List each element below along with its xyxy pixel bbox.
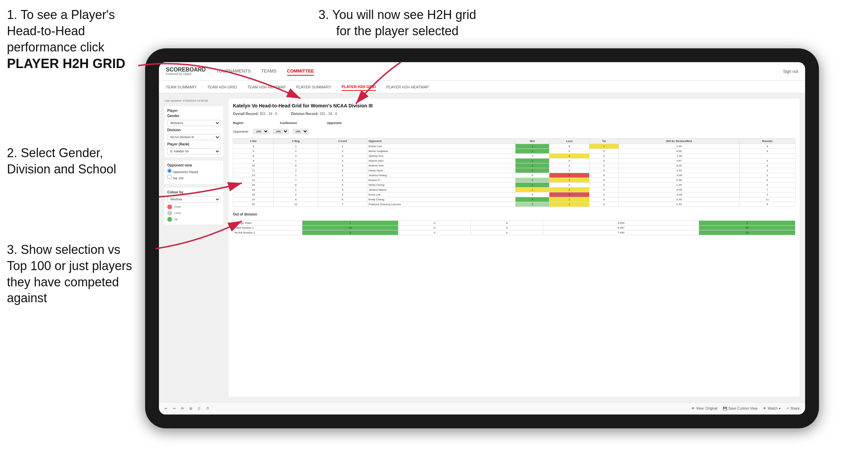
legend-up-dot — [167, 217, 172, 222]
grid-title: Katelyn Vo Head-to-Head Grid for Women's… — [233, 103, 795, 108]
subnav-team-h2h-grid[interactable]: TEAM H2H GRID — [207, 84, 237, 90]
bottom-toolbar: ↩ ↪ ⟳ ⊞ ⟨⟩ ⏱ 👁 View: Original 💾 Save Cus… — [159, 402, 805, 414]
nav-item-committee[interactable]: COMMITTEE — [287, 67, 314, 76]
last-updated-text: Last Updated: 27/03/2024 16:55:38 — [164, 99, 223, 103]
instruction-step3-top: 3. You will now see H2H grid for the pla… — [311, 7, 484, 39]
nav-item-teams[interactable]: TEAMS — [261, 67, 277, 76]
paste-btn[interactable]: ⟨⟩ — [198, 407, 200, 410]
legend-up-row: Up — [167, 217, 220, 222]
opponents-filter-row: Opponents: (All) (All) (All) — [233, 129, 795, 134]
legend-down-dot — [167, 204, 172, 209]
tablet-frame: SCOREBOARD Powered by clippd TOURNAMENTS… — [145, 48, 819, 428]
clock-btn[interactable]: ⏱ — [206, 407, 209, 410]
main-content: Last Updated: 27/03/2024 16:55:38 Player… — [159, 93, 805, 402]
instruction-step3-bottom: 3. Show selection vs Top 100 or just pla… — [7, 242, 138, 306]
col-win: Win — [515, 139, 549, 144]
instruction-step1: 1. To see a Player's Head-to-Head perfor… — [7, 7, 138, 73]
col-reg: # Reg — [274, 139, 318, 144]
colour-by-label: Colour by — [167, 190, 220, 194]
table-row: 10 6 3 Andrea York 2 0 0 4.00 4 — [233, 163, 795, 168]
subnav-player-h2h-heatmap[interactable]: PLAYER H2H HEATMAP — [386, 84, 429, 90]
col-tie: Tie — [589, 139, 619, 144]
col-diff: Diff Av Strokes/Rnd — [619, 139, 739, 144]
view-original-btn[interactable]: 👁 View: Original — [691, 407, 718, 410]
legend-level-row: Level — [167, 211, 220, 216]
instruction-step2: 2. Select Gender, Division and School — [7, 145, 128, 178]
legend-level-dot — [167, 211, 172, 216]
radio-group: Opponents Played Top 100 — [167, 169, 220, 181]
nav-logo: SCOREBOARD Powered by clippd — [166, 67, 206, 76]
table-row: 5 2 2 Alexis Sudjianto 1 0 0 4.00 3 — [233, 149, 795, 154]
table-row: 14 7 4 Eunice Yi 2 2 0 0.38 9 — [233, 178, 795, 183]
ood-table-row: NCAA Division 2 5 0 0 7.400 10 — [233, 230, 795, 235]
subnav-team-h2h-heatmap[interactable]: TEAM H2H HEATMAP — [247, 84, 286, 90]
nav-items: TOURNAMENTS TEAMS COMMITTEE — [216, 67, 783, 76]
save-custom-view-btn[interactable]: 💾 Save Custom View — [723, 407, 757, 410]
col-conf: # Conf — [318, 139, 367, 144]
table-row: 19 6 6 Emily Chang 4 1 0 0.30 11 — [233, 197, 795, 202]
ood-table-row: NAIA Division 1 15 0 0 9.267 30 — [233, 226, 795, 230]
player-filter-section: Player Gender Women's Division NCAA Divi… — [164, 106, 223, 157]
gender-label: Gender — [167, 114, 220, 118]
col-div: # Div — [233, 139, 274, 144]
table-row: 15 8 5 Stella Cheng 1 0 0 1.25 4 — [233, 183, 795, 188]
overall-record: Overall Record: 353 - 34 - 6 — [233, 112, 277, 116]
radio-opponents-played[interactable]: Opponents Played — [167, 169, 220, 175]
history-btn[interactable]: ⟳ — [181, 407, 184, 410]
subnav-player-h2h-grid[interactable]: PLAYER H2H GRID — [342, 83, 376, 91]
left-panel: Last Updated: 27/03/2024 16:55:38 Player… — [164, 99, 223, 397]
player-rank-label: Player (Rank) — [167, 142, 220, 146]
grid-subtitle: Overall Record: 353 - 34 - 6 Division Re… — [233, 112, 795, 116]
table-row: 13 1 1 Jessica Huang 0 0 0 -3.00 2 — [233, 173, 795, 178]
h2h-table: # Div # Reg # Conf Opponent Win Loss Tie… — [233, 138, 795, 207]
opponent-view-section: Opponent view Opponents Played Top 100 — [164, 161, 223, 184]
opponent-filter-select[interactable]: (All) — [293, 129, 308, 134]
table-row: 6 3 3 Sydney Kuo 0 1 0 -1.00 — [233, 154, 795, 159]
copy-btn[interactable]: ⊞ — [189, 407, 192, 410]
conference-filter-select[interactable]: (All) — [273, 129, 289, 134]
col-opponent: Opponent — [367, 139, 515, 144]
col-loss: Loss — [549, 139, 589, 144]
radio-top100[interactable]: Top 100 — [167, 175, 220, 181]
division-record: Division Record: 331 - 34 - 6 — [291, 112, 337, 116]
redo-btn[interactable]: ↪ — [173, 407, 176, 410]
table-row: 16 1 3 Jessica Mason 1 2 0 -0.94 7 — [233, 188, 795, 192]
undo-btn[interactable]: ↩ — [164, 407, 167, 410]
table-row: 11 2 5 Heejo Hyun 1 0 0 3.33 3 — [233, 168, 795, 173]
watch-btn[interactable]: 👁 Watch ▾ — [763, 407, 781, 410]
nav-sign-out[interactable]: Sign out — [783, 69, 798, 74]
share-btn[interactable]: ↗ Share — [786, 407, 800, 410]
opponent-view-label: Opponent view — [167, 163, 220, 167]
nav-item-tournaments[interactable]: TOURNAMENTS — [216, 67, 251, 76]
right-panel: Katelyn Vo Head-to-Head Grid for Women's… — [229, 99, 800, 397]
subnav-player-summary[interactable]: PLAYER SUMMARY — [296, 84, 331, 90]
table-row: 20 11 7 Federica Domecq Lacroze 2 1 0 1.… — [233, 202, 795, 207]
column-filters-header: Region Conference Opponent — [233, 121, 795, 125]
division-select[interactable]: NCAA Division III — [167, 134, 220, 140]
tablet-screen: SCOREBOARD Powered by clippd TOURNAMENTS… — [159, 62, 805, 414]
colour-section: Colour by Win/loss Down Level — [164, 188, 223, 225]
table-row: 3 1 1 Esther Lee 1 0 1 1.50 4 — [233, 144, 795, 149]
col-rounds: Rounds — [739, 139, 795, 144]
player-section-label: Player — [167, 109, 220, 113]
ood-table-row: Foreign Team 1 0 0 4.500 2 — [233, 221, 795, 226]
opponents-filter-select[interactable]: (All) — [253, 129, 269, 134]
colour-by-select[interactable]: Win/loss — [167, 196, 220, 202]
out-of-division-header: Out of division — [233, 212, 795, 216]
division-label: Division — [167, 128, 220, 132]
gender-select[interactable]: Women's — [167, 120, 220, 126]
subnav-team-summary[interactable]: TEAM SUMMARY — [166, 84, 197, 90]
out-of-division-table: Foreign Team 1 0 0 4.500 2 NAIA Division… — [233, 220, 795, 235]
player-rank-select[interactable]: 8. Katelyn Vo — [167, 148, 220, 154]
table-row: 18 2 2 Euna Lee 0 0 0 -5.00 2 — [233, 192, 795, 197]
nav-bar: SCOREBOARD Powered by clippd TOURNAMENTS… — [159, 62, 805, 81]
table-row: 9 1 4 Sharon Mun 1 0 0 3.67 3 — [233, 159, 795, 163]
legend-down-row: Down — [167, 204, 220, 209]
sub-nav: TEAM SUMMARY TEAM H2H GRID TEAM H2H HEAT… — [159, 81, 805, 93]
